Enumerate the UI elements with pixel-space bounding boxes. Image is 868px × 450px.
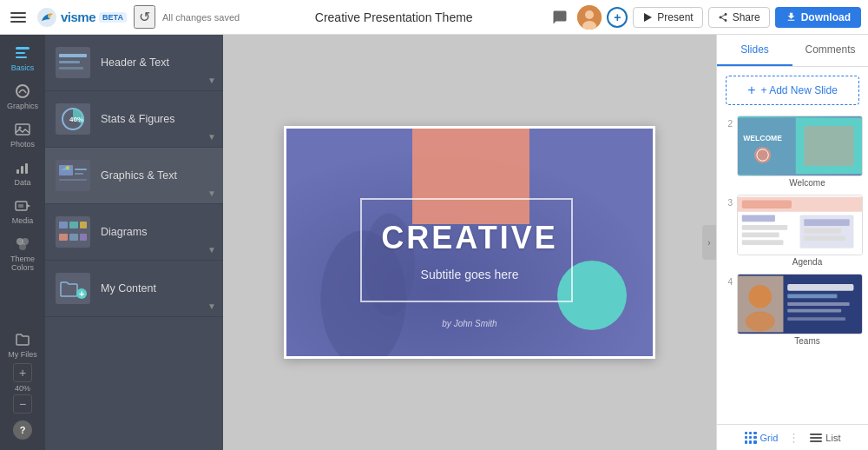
slide-name-teams: Teams	[737, 336, 863, 346]
slide-thumb-teams[interactable]	[737, 274, 863, 334]
svg-point-26	[66, 166, 69, 169]
logo-bird-icon	[36, 7, 57, 28]
sidebar-item-photos[interactable]: Photos	[0, 115, 45, 153]
sidebar-item-media-label: Media	[12, 216, 34, 225]
list-view-button[interactable]: List	[810, 432, 840, 444]
svg-rect-34	[80, 222, 87, 228]
sidebar-item-media[interactable]: Media	[0, 191, 45, 229]
svg-rect-30	[59, 222, 68, 228]
tab-slides[interactable]: Slides	[717, 35, 792, 66]
svg-rect-52	[742, 233, 779, 238]
sidebar-item-my-files[interactable]: My Files	[0, 325, 45, 363]
svg-text:WELCOME: WELCOME	[743, 134, 782, 142]
tab-comments[interactable]: Comments	[792, 35, 868, 66]
list-icon	[810, 432, 822, 444]
svg-rect-56	[804, 228, 841, 234]
download-label: Download	[801, 11, 851, 23]
svg-rect-50	[742, 215, 775, 222]
download-icon	[786, 11, 797, 23]
panel-graphics-text[interactable]: Graphics & Text ▼	[45, 148, 223, 204]
zoom-value: 40%	[15, 384, 30, 393]
grid-view-button[interactable]: Grid	[745, 432, 779, 444]
svg-rect-42	[738, 118, 796, 175]
add-new-slide-button[interactable]: + + Add New Slide	[726, 76, 859, 105]
content-panels: Header & Text ▼ 40% Stats & Figures ▼	[45, 35, 223, 450]
sidebar-item-graphics[interactable]: Graphics	[0, 76, 45, 115]
slide-thumb-welcome[interactable]: WELCOME	[737, 116, 863, 176]
svg-rect-9	[16, 124, 30, 135]
panel-diagrams-chevron-icon: ▼	[207, 245, 216, 255]
svg-rect-7	[16, 56, 27, 58]
svg-point-60	[748, 285, 772, 308]
slide-name-welcome: Welcome	[737, 178, 863, 188]
comment-button[interactable]	[548, 5, 572, 30]
right-panel-bottom-bar: Grid ⋮ List	[717, 424, 868, 450]
sidebar-item-basics[interactable]: Basics	[0, 38, 45, 76]
svg-rect-27	[75, 169, 87, 170]
panel-diagrams[interactable]: Diagrams ▼	[45, 204, 223, 261]
panel-stats-chevron-icon: ▼	[207, 132, 216, 142]
svg-rect-16	[18, 204, 23, 208]
list-label: List	[825, 433, 840, 443]
panel-stats-figures[interactable]: 40% Stats & Figures ▼	[45, 91, 223, 148]
svg-rect-64	[787, 302, 850, 306]
svg-rect-6	[16, 52, 25, 54]
stats-figures-icon: 40%	[56, 103, 90, 135]
download-button[interactable]: Download	[775, 7, 861, 28]
zoom-out-button[interactable]: −	[13, 394, 32, 414]
beta-badge: BETA	[99, 12, 127, 23]
grid-label: Grid	[760, 433, 779, 443]
media-icon	[14, 197, 31, 215]
sidebar-item-my-files-label: My Files	[8, 350, 37, 359]
sidebar-item-data[interactable]: Data	[0, 153, 45, 191]
slide-title: CREATIVE	[286, 220, 653, 256]
add-collaborator-button[interactable]: +	[607, 7, 628, 28]
present-button[interactable]: Present	[633, 7, 702, 28]
document-title: Creative Presentation Theme	[247, 10, 541, 24]
help-button[interactable]: ?	[13, 420, 32, 440]
slide-thumb-row-3: 3	[722, 195, 863, 267]
svg-rect-32	[59, 234, 68, 241]
svg-point-2	[585, 10, 594, 19]
share-button[interactable]: Share	[708, 7, 770, 28]
svg-rect-22	[59, 67, 83, 69]
user-avatar[interactable]	[577, 5, 602, 30]
main-content: Basics Graphics Photos	[0, 35, 868, 450]
svg-rect-20	[59, 54, 87, 57]
svg-rect-28	[75, 173, 83, 175]
svg-rect-51	[742, 225, 787, 230]
sidebar-item-theme-colors[interactable]: Theme Colors	[0, 229, 45, 276]
svg-rect-31	[69, 222, 78, 228]
canvas-collapse-button[interactable]: ›	[702, 225, 716, 260]
svg-rect-29	[59, 179, 87, 181]
topbar: visme BETA ↺ All changes saved Creative …	[0, 0, 868, 35]
slide-num-4: 4	[722, 274, 733, 287]
panel-my-content[interactable]: + My Content ▼	[45, 261, 223, 317]
grid-icon	[745, 432, 757, 444]
present-label: Present	[657, 11, 693, 23]
panel-header-text[interactable]: Header & Text ▼	[45, 35, 223, 91]
share-icon	[718, 12, 728, 23]
slide-thumb-agenda[interactable]	[737, 195, 863, 255]
hamburger-menu[interactable]	[7, 9, 30, 26]
panel-my-content-chevron-icon: ▼	[207, 301, 216, 311]
svg-rect-21	[59, 61, 80, 63]
logo: visme BETA	[36, 7, 127, 28]
slide-subtitle: Subtitle goes here	[286, 268, 653, 281]
canvas-area: CREATIVE Subtitle goes here by John Smit…	[223, 35, 716, 450]
svg-marker-4	[644, 13, 652, 22]
sidebar-item-theme-colors-label: Theme Colors	[2, 255, 43, 272]
zoom-in-button[interactable]: +	[13, 363, 32, 382]
logo-text: visme	[61, 10, 95, 24]
undo-button[interactable]: ↺	[134, 5, 155, 29]
slide-canvas[interactable]: CREATIVE Subtitle goes here by John Smit…	[284, 126, 655, 359]
data-icon	[14, 159, 31, 176]
svg-rect-66	[787, 317, 845, 321]
topbar-actions: + Present Share Download	[548, 5, 861, 30]
slide-num-2: 2	[722, 116, 733, 129]
svg-rect-11	[16, 169, 19, 174]
right-panel-tabs: Slides Comments	[717, 35, 868, 67]
slide-thumb-item: WELCOME Welcome	[737, 116, 863, 188]
svg-rect-65	[787, 309, 841, 313]
teams-thumb-svg	[738, 275, 862, 334]
